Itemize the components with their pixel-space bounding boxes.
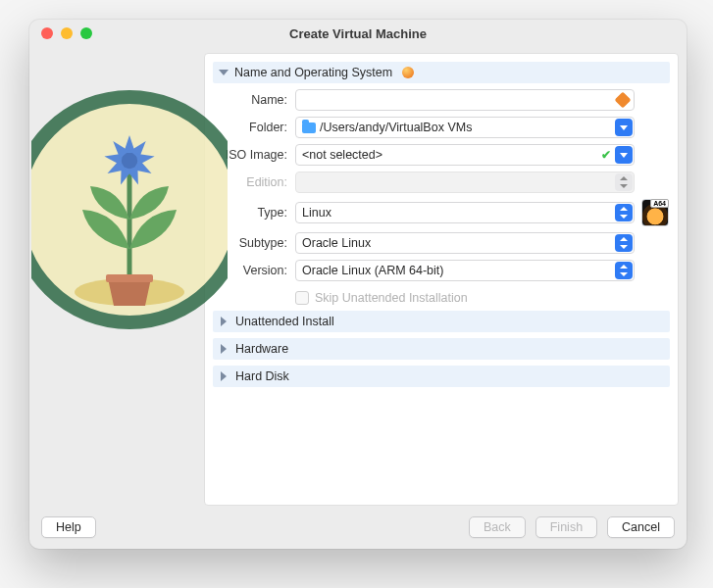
svg-rect-3: [106, 274, 153, 282]
edition-select: [295, 172, 635, 193]
version-stepper-icon[interactable]: [615, 262, 633, 279]
back-button: Back: [469, 516, 526, 538]
subtype-field-wrap: Oracle Linux: [295, 232, 635, 254]
chevron-right-icon: [221, 344, 227, 354]
skip-unattended-checkbox: [295, 291, 309, 305]
iso-dropdown-icon[interactable]: [615, 146, 633, 164]
name-field-wrap: [295, 89, 635, 111]
chevron-down-icon: [219, 70, 229, 75]
section-label: Unattended Install: [235, 315, 334, 328]
subtype-select[interactable]: Oracle Linux: [295, 232, 635, 254]
skip-unattended-row: Skip Unattended Installation: [295, 291, 670, 305]
version-select[interactable]: Oracle Linux (ARM 64-bit): [295, 260, 635, 281]
version-value: Oracle Linux (ARM 64-bit): [302, 264, 444, 277]
folder-field-wrap: /Users/andy/VirtualBox VMs: [295, 117, 635, 138]
iso-check-icon: ✔: [601, 148, 611, 162]
plant-illustration: [31, 82, 228, 337]
wizard-sidebar: [37, 53, 204, 506]
name-os-form: Name: Folder: /Users/andy/VirtualBox VMs…: [213, 89, 670, 307]
help-button[interactable]: Help: [41, 516, 96, 538]
section-unattended-install[interactable]: Unattended Install: [213, 311, 670, 332]
type-field-wrap: Linux: [295, 202, 635, 223]
edition-field-wrap: [295, 172, 635, 193]
iso-field-wrap: <not selected> ✔: [295, 144, 635, 166]
folder-value: /Users/andy/VirtualBox VMs: [320, 121, 472, 134]
subtype-stepper-icon[interactable]: [615, 234, 633, 252]
chevron-right-icon: [221, 371, 227, 381]
section-label: Hard Disk: [235, 369, 289, 383]
subtype-value: Oracle Linux: [302, 236, 371, 250]
section-hard-disk[interactable]: Hard Disk: [213, 366, 670, 387]
section-label: Name and Operating System: [234, 66, 392, 79]
type-value: Linux: [302, 206, 331, 220]
edition-stepper-icon: [615, 173, 633, 191]
section-label: Hardware: [235, 342, 288, 356]
iso-select[interactable]: <not selected>: [295, 144, 635, 166]
titlebar: Create Virtual Machine: [29, 20, 687, 47]
warning-icon: [402, 67, 414, 78]
type-select[interactable]: Linux: [295, 202, 635, 223]
section-name-os[interactable]: Name and Operating System: [213, 62, 670, 83]
window-title: Create Virtual Machine: [29, 26, 687, 41]
version-field-wrap: Oracle Linux (ARM 64-bit): [295, 260, 635, 281]
content-area: Name and Operating System Name: Folder: …: [29, 47, 687, 506]
folder-dropdown-icon[interactable]: [615, 119, 633, 136]
name-input[interactable]: [295, 89, 635, 111]
folder-icon: [302, 122, 316, 133]
iso-value: <not selected>: [302, 148, 382, 162]
os-thumbnail: [641, 199, 669, 226]
cancel-button[interactable]: Cancel: [607, 516, 675, 538]
wizard-footer: Help Back Finish Cancel: [29, 506, 687, 549]
wizard-window: Create Virtual Machine: [29, 20, 687, 549]
section-hardware[interactable]: Hardware: [213, 338, 670, 360]
folder-select[interactable]: /Users/andy/VirtualBox VMs: [295, 117, 635, 138]
finish-button: Finish: [535, 516, 597, 538]
skip-unattended-label: Skip Unattended Installation: [315, 291, 468, 305]
type-stepper-icon[interactable]: [615, 204, 633, 221]
wizard-main: Name and Operating System Name: Folder: …: [204, 53, 679, 506]
